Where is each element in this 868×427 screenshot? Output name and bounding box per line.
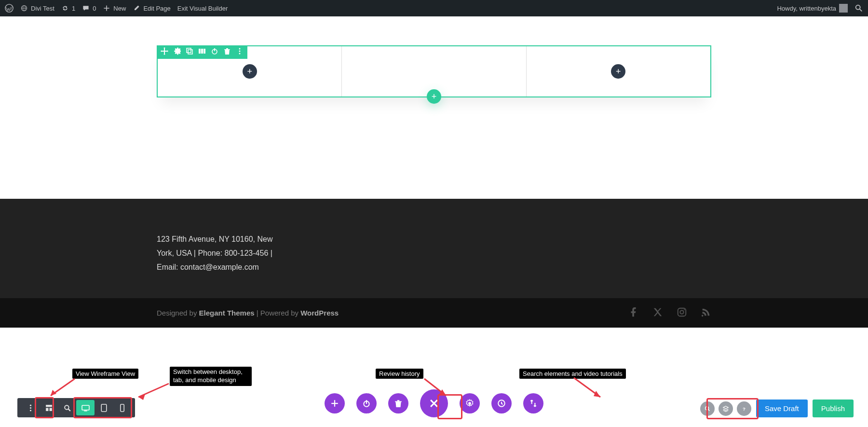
save-draft-button[interactable]: Save Draft	[756, 399, 808, 417]
admin-search-icon[interactable]	[854, 4, 863, 13]
add-row-button[interactable]: +	[427, 89, 441, 104]
updates-link[interactable]: 1	[61, 4, 75, 12]
view-controls	[17, 398, 135, 417]
search-help-button[interactable]	[700, 401, 715, 416]
facebook-icon[interactable]	[628, 307, 639, 319]
edit-page-label: Edit Page	[143, 5, 170, 12]
power-button[interactable]	[356, 393, 377, 413]
svg-rect-23	[46, 408, 48, 411]
svg-point-35	[705, 406, 709, 410]
annotation-wireframe: View Wireframe View	[72, 369, 138, 379]
svg-point-4	[856, 5, 860, 10]
right-action-group: ? Save Draft Publish	[700, 399, 854, 417]
x-icon[interactable]	[652, 307, 663, 319]
svg-line-26	[68, 409, 70, 411]
add-module-button[interactable]: +	[243, 64, 257, 79]
clear-button[interactable]	[388, 393, 408, 413]
exit-builder-label: Exit Visual Builder	[177, 5, 228, 12]
svg-point-18	[684, 309, 685, 310]
svg-rect-22	[46, 405, 52, 407]
add-module-button[interactable]: +	[611, 64, 625, 79]
layers-button[interactable]	[719, 401, 733, 416]
svg-point-33	[468, 402, 471, 405]
updates-count: 1	[72, 5, 75, 12]
site-title: Divi Test	[31, 5, 54, 12]
svg-line-5	[860, 9, 862, 12]
builder-bottom-bar: ? Save Draft Publish View Wireframe View…	[0, 374, 868, 427]
desktop-view-button[interactable]	[76, 400, 95, 415]
svg-text:?: ?	[743, 406, 746, 411]
new-content-link[interactable]: New	[103, 4, 126, 12]
portability-button[interactable]	[523, 393, 543, 413]
rss-icon[interactable]	[701, 307, 711, 319]
svg-point-20	[29, 407, 31, 408]
history-button[interactable]	[491, 393, 512, 413]
mobile-view-button[interactable]	[113, 400, 131, 415]
arrow-icon	[133, 379, 171, 403]
page-settings-button[interactable]	[460, 393, 480, 413]
annotation-responsive: Switch between desktop, tab, and mobile …	[170, 367, 252, 386]
wireframe-view-button[interactable]	[40, 400, 58, 415]
comments-count: 0	[93, 5, 96, 12]
svg-rect-30	[120, 404, 123, 412]
arrow-icon	[420, 376, 453, 400]
svg-point-25	[65, 405, 69, 410]
builder-canvas: + + +	[0, 16, 868, 117]
new-label: New	[113, 5, 126, 12]
footer-credits: Designed by Elegant Themes | Powered by …	[157, 309, 339, 317]
tablet-view-button[interactable]	[95, 400, 113, 415]
svg-rect-28	[84, 410, 87, 411]
divi-row[interactable]: + + +	[157, 45, 711, 97]
annotation-history: Review history	[376, 369, 423, 379]
svg-point-19	[29, 404, 31, 406]
svg-line-36	[708, 409, 710, 411]
builder-more-icon[interactable]	[21, 400, 40, 415]
page-footer: 123 Fifth Avenue, NY 10160, New York, US…	[0, 199, 868, 298]
column-1[interactable]: +	[158, 46, 342, 96]
avatar	[839, 4, 848, 13]
zoom-view-button[interactable]	[58, 400, 76, 415]
add-section-button[interactable]	[325, 393, 345, 413]
svg-point-21	[29, 410, 31, 411]
svg-point-17	[680, 311, 683, 314]
wp-admin-bar: Divi Test 1 0 New Edit Page Exit Visual …	[0, 0, 868, 16]
footer-address: 123 Fifth Avenue, NY 10160, New York, US…	[157, 233, 282, 274]
help-button[interactable]: ?	[737, 401, 751, 416]
instagram-icon[interactable]	[677, 307, 687, 319]
footer-credits-bar: Designed by Elegant Themes | Powered by …	[0, 298, 868, 328]
howdy-text: Howdy, writtenbyekta	[777, 5, 836, 12]
exit-visual-builder-link[interactable]: Exit Visual Builder	[177, 5, 228, 12]
column-3[interactable]: +	[527, 46, 710, 96]
howdy-link[interactable]: Howdy, writtenbyekta	[777, 4, 848, 13]
arrow-icon	[46, 376, 80, 400]
svg-rect-29	[101, 404, 107, 412]
svg-rect-24	[49, 408, 52, 411]
arrow-icon	[569, 375, 608, 402]
edit-page-link[interactable]: Edit Page	[133, 4, 170, 12]
wp-logo[interactable]	[5, 4, 14, 13]
publish-button[interactable]: Publish	[813, 399, 854, 417]
svg-rect-27	[82, 405, 89, 410]
comments-link[interactable]: 0	[82, 4, 96, 12]
site-name-link[interactable]: Divi Test	[20, 4, 54, 12]
